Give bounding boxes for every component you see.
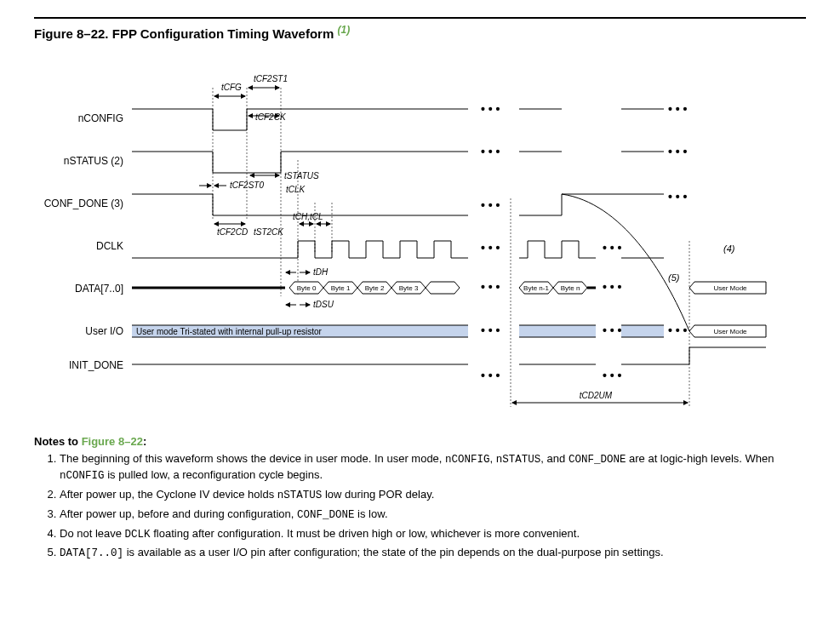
sig-confdone: CONF_DONE (3): [44, 198, 123, 209]
svg-text:Byte n-1: Byte n-1: [523, 284, 549, 292]
dots-icon: • • •: [668, 324, 688, 337]
figure-title-text: FPP Configuration Timing Waveform: [112, 26, 334, 41]
dots-icon: • • •: [603, 280, 622, 294]
notes-figure-link: Figure 8–22: [82, 435, 143, 448]
dots-icon: • • •: [668, 102, 688, 116]
dots-icon: • • •: [481, 280, 500, 294]
dots-icon: • • •: [481, 324, 500, 337]
sig-data: DATA[7..0]: [75, 283, 123, 295]
svg-text:Byte 2: Byte 2: [365, 284, 385, 292]
svg-text:Byte 1: Byte 1: [331, 284, 351, 292]
t-cf2st0: tCF2ST0: [230, 180, 264, 190]
figure-number: Figure 8–22.: [34, 26, 109, 41]
dots-icon: • • •: [481, 198, 500, 212]
sig-nconfig: nCONFIG: [78, 112, 123, 124]
dots-icon: • • •: [603, 369, 622, 382]
figure-title: Figure 8–22. FPP Configuration Timing Wa…: [34, 17, 806, 41]
dots-icon: • • •: [481, 369, 500, 382]
svg-text:Byte 0: Byte 0: [297, 284, 317, 292]
data-byte-0: Byte 0: [289, 282, 323, 294]
data-byte-3: Byte 3: [391, 282, 426, 294]
note-item-4: Do not leave DCLK floating after configu…: [60, 526, 806, 542]
t-st2ck: tST2CK: [254, 227, 284, 237]
notes-list: The beginning of this waveform shows the…: [34, 451, 806, 561]
notes-heading: Notes to Figure 8–22:: [34, 435, 806, 448]
note-item-2: After power up, the Cyclone IV device ho…: [60, 487, 806, 503]
t-cd2um: tCD2UM: [580, 391, 613, 400]
dots-icon: • • •: [481, 145, 500, 158]
svg-rect-38: [519, 325, 596, 337]
sig-dclk: DCLK: [96, 240, 123, 252]
dots-icon: • • •: [603, 241, 622, 255]
data-byte-n: Byte n: [553, 282, 587, 294]
note-item-1: The beginning of this waveform shows the…: [60, 451, 806, 484]
t-cf2ck: tCF2CK: [255, 112, 287, 122]
t-status: tSTATUS: [284, 171, 319, 180]
svg-rect-39: [621, 325, 664, 337]
t-cfg: tCFG: [221, 83, 242, 92]
user-mode-data: User Mode: [713, 284, 747, 292]
data-byte-2: Byte 2: [357, 282, 391, 294]
t-chcl: tCH,tCL: [293, 212, 323, 221]
svg-text:Byte n: Byte n: [561, 284, 580, 292]
note-5: (5): [668, 272, 680, 283]
t-clk: tCLK: [286, 185, 306, 194]
timing-diagram: nCONFIG nSTATUS (2) CONF_DONE (3) DCLK D…: [34, 49, 806, 418]
dots-icon: • • •: [481, 102, 500, 116]
dots-icon: • • •: [481, 241, 500, 255]
data-byte-n1: Byte n-1: [519, 282, 553, 294]
dots-icon: • • •: [603, 324, 622, 337]
figure-superscript: (1): [337, 24, 350, 36]
svg-marker-26: [426, 282, 460, 294]
t-cf2st1: tCF2ST1: [254, 74, 288, 83]
t-dh: tDH: [313, 267, 329, 277]
note-item-3: After power up, before and during config…: [60, 507, 806, 523]
dots-icon: • • •: [668, 145, 688, 158]
note-item-5: DATA[7..0] is available as a user I/O pi…: [60, 545, 806, 561]
sig-initdone: INIT_DONE: [69, 359, 123, 371]
note-4: (4): [723, 243, 735, 254]
data-byte-1: Byte 1: [323, 282, 357, 294]
svg-text:Byte 3: Byte 3: [399, 284, 419, 292]
dots-icon: • • •: [668, 190, 688, 203]
t-dsu: tDSU: [313, 300, 334, 309]
sig-userio: User I/O: [85, 325, 123, 337]
sig-nstatus: nSTATUS (2): [64, 155, 123, 167]
user-mode-io: User Mode: [713, 328, 747, 335]
t-cf2cd: tCF2CD: [217, 227, 248, 237]
user-io-tristate: User mode Tri-stated with internal pull-…: [136, 327, 323, 336]
